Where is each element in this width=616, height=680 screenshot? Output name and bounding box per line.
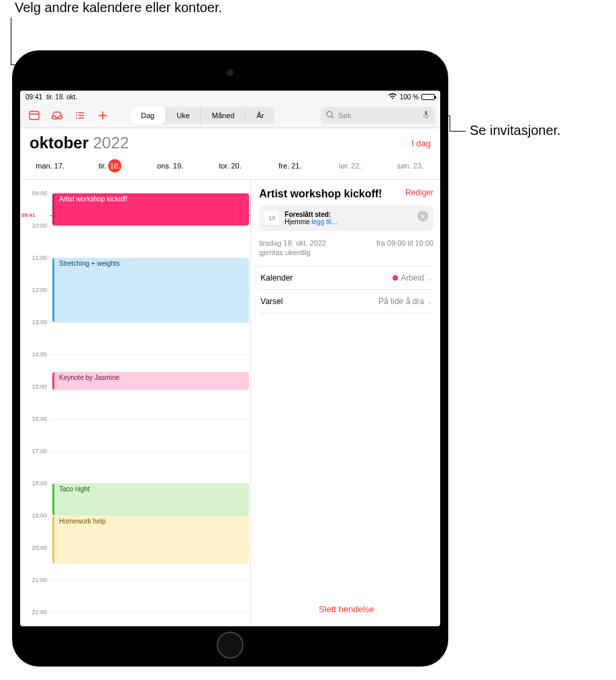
calendars-icon[interactable] [25,107,43,124]
content-split: 09:0010:0011:0012:0013:0014:0015:0016:00… [20,180,440,626]
suggest-add-link[interactable]: legg til… [311,218,338,226]
hour-line [50,322,250,323]
event-title: Homework help [59,518,105,525]
battery-icon [421,94,435,100]
home-button[interactable] [217,632,244,659]
month-title: oktober 2022 [30,134,129,152]
callout-top: Velg andre kalendere eller kontoer. [15,0,222,15]
callout-line [450,115,450,132]
today-button[interactable]: I dag [411,138,431,148]
alert-row[interactable]: Varsel På tide å dra ⌄ [259,290,433,313]
statusbar: 09:41 tir. 18. okt. 100 % [20,91,440,103]
weekday-abbr: fre. [278,162,289,170]
calendar-color-dot [393,275,398,281]
weekday-cell[interactable]: fre.21. [260,159,320,173]
callout-right: Se invitasjoner. [470,123,561,138]
calendar-event[interactable]: Taco night [52,483,249,516]
search-placeholder: Søk [338,111,352,119]
toolbar: Dag Uke Måned År Søk [20,103,440,128]
search-icon [326,111,334,120]
wifi-icon [388,93,397,101]
weekday-number: 18. [108,159,121,173]
seg-year[interactable]: År [246,107,274,124]
weekday-number: 19. [173,162,183,170]
weekday-abbr: ons. [157,162,171,170]
hour-label: 16:00 [23,416,47,422]
ipad-device: 09:41 tir. 18. okt. 100 % [12,50,448,667]
svg-line-11 [331,116,333,118]
hour-line [50,226,250,226]
now-time-label: 09:41 [21,212,35,218]
day-timeline[interactable]: 09:0010:0011:0012:0013:0014:0015:0016:00… [20,180,251,626]
edit-button[interactable]: Rediger [405,188,433,197]
hour-line [50,419,250,420]
calendar-label: Kalender [260,273,293,283]
status-time: 09:41 [25,93,42,101]
event-color-bar [52,516,54,564]
svg-rect-0 [30,111,39,119]
weekday-cell[interactable]: ons.19. [140,159,200,173]
event-detail-panel: Artist workshop kickoff! Rediger 18 Fore… [251,180,440,626]
hour-label: 14:00 [23,351,47,358]
hour-label: 17:00 [23,448,47,454]
calendar-event[interactable]: Homework help [52,516,249,564]
chevron-updown-icon: ⌄ [427,275,432,282]
seg-week[interactable]: Uke [166,107,201,124]
search-input[interactable]: Søk [321,107,435,124]
event-title: Taco night [59,485,90,493]
seg-month[interactable]: Måned [201,107,246,124]
hour-label: 11:00 [23,254,47,261]
hour-line [50,612,250,613]
weekday-cell[interactable]: tir.18. [80,159,140,173]
event-color-bar [52,258,54,322]
battery-percentage: 100 % [400,93,419,101]
hour-line [50,354,250,355]
hour-label: 20:00 [23,544,47,551]
calendar-row[interactable]: Kalender Arbeid ⌄ [259,266,433,290]
suggest-home: Hjemme [285,218,309,226]
mic-icon[interactable] [423,110,429,121]
event-color-bar [52,193,54,226]
hour-label: 22:00 [23,609,47,616]
calendar-event[interactable]: Keynote by Jasmine [52,372,249,389]
camera-dot [227,69,234,76]
add-event-icon[interactable] [94,107,111,124]
event-title: Artist workshop kickoff! [59,195,127,203]
weekday-cell[interactable]: søn.23. [380,159,440,173]
weekday-number: 17. [54,162,64,170]
event-detail-title: Artist workshop kickoff! [259,188,382,200]
weekday-cell[interactable]: tor.20. [200,159,260,173]
weekday-abbr: søn. [397,162,411,170]
weekday-abbr: man. [36,162,52,170]
svg-point-2 [76,112,77,113]
screen: 09:41 tir. 18. okt. 100 % [20,91,440,626]
svg-point-10 [327,111,332,117]
view-segmented-control: Dag Uke Måned År [130,107,274,124]
calendar-value: Arbeid [401,273,424,283]
list-icon[interactable] [71,107,89,124]
weekday-row: man.17.tir.18.ons.19.tor.20.fre.21.lør.2… [20,155,440,180]
inbox-icon[interactable] [48,107,66,124]
suggest-label: Foreslått sted: [285,211,338,218]
event-title: Stretching + weights [59,260,119,267]
seg-day[interactable]: Dag [130,107,166,124]
delete-event-button[interactable]: Slett hendelse [259,597,433,621]
suggested-location-box[interactable]: 18 Foreslått sted: Hjemme legg til… ✕ [259,205,433,231]
calendar-event[interactable]: Stretching + weights [52,258,249,322]
weekday-number: 20. [231,162,241,170]
hour-label: 19:00 [23,512,47,519]
weekday-cell[interactable]: lør.22. [320,159,380,173]
event-time: fra 09:00 til 10:00 [376,239,433,247]
weekday-cell[interactable]: man.17. [20,159,80,173]
event-color-bar [52,483,54,516]
date-badge: 18 [264,211,279,226]
callout-line [11,17,11,64]
calendar-event[interactable]: Artist workshop kickoff! [52,193,249,226]
close-icon[interactable]: ✕ [417,211,428,222]
event-title: Keynote by Jasmine [59,374,119,381]
alert-value: På tide å dra [378,297,424,306]
hour-line [50,580,250,581]
svg-point-3 [76,115,77,116]
event-color-bar [52,372,54,389]
status-date: tir. 18. okt. [46,93,77,101]
